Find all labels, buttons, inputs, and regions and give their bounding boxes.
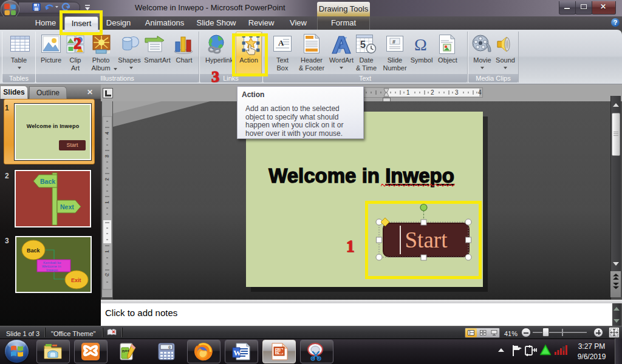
svg-text:W: W (233, 348, 241, 357)
svg-text:5: 5 (360, 39, 366, 50)
svg-text:4: 4 (104, 132, 110, 135)
svg-text:#: # (392, 39, 395, 45)
svg-text:2: 2 (104, 178, 110, 181)
svg-text:0: 0 (168, 345, 171, 350)
svg-text:Ω: Ω (414, 35, 427, 53)
svg-text:3: 3 (104, 155, 110, 158)
svg-text:2: 2 (104, 273, 110, 276)
svg-text:Exit: Exit (71, 277, 81, 283)
svg-text:Back: Back (40, 178, 55, 185)
svg-text:1: 1 (406, 89, 410, 96)
svg-text:2: 2 (431, 89, 434, 96)
svg-text:1: 1 (104, 201, 110, 204)
svg-text:Next: Next (60, 203, 74, 211)
svg-text:1: 1 (104, 250, 110, 253)
svg-text:4: 4 (478, 89, 482, 96)
svg-text:Back: Back (27, 248, 41, 254)
svg-text:3: 3 (455, 89, 459, 96)
svg-text:Inwepo: Inwepo (46, 268, 58, 272)
